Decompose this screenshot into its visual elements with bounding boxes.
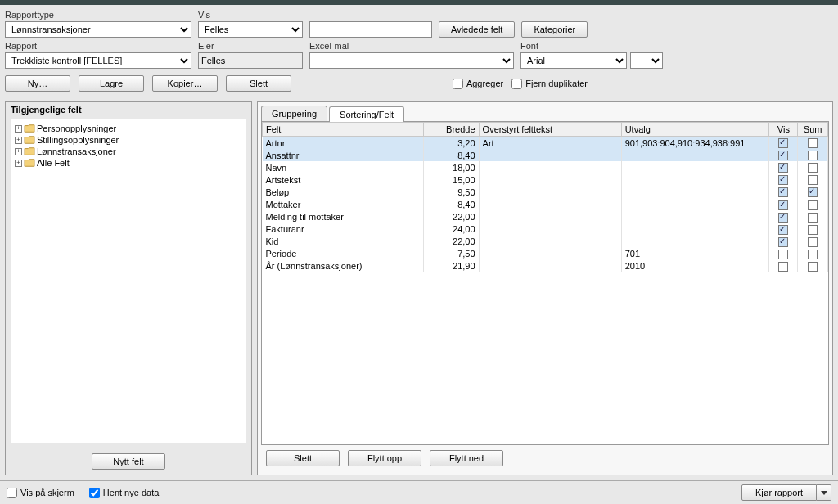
sum-checkbox[interactable] xyxy=(808,187,818,197)
nytt-felt-button[interactable]: Nytt felt xyxy=(92,453,165,470)
cell-overstyrt xyxy=(479,186,621,198)
table-row[interactable]: Fakturanr24,00 xyxy=(263,223,828,236)
vis-pa-skjerm-checkbox[interactable]: Vis på skjerm xyxy=(7,488,74,498)
vis-checkbox[interactable] xyxy=(778,151,788,160)
grid-header[interactable]: Utvalg xyxy=(621,123,769,137)
cell-utvalg xyxy=(621,223,769,236)
rapport-select[interactable]: Trekkliste kontroll [FELLES] xyxy=(5,52,191,69)
aggreger-checkbox[interactable]: Aggreger xyxy=(453,79,503,89)
cell-overstyrt xyxy=(479,223,621,236)
sum-checkbox[interactable] xyxy=(808,200,818,210)
table-row[interactable]: Beløp9,50 xyxy=(263,186,828,198)
sum-checkbox[interactable] xyxy=(808,213,818,223)
rapport-label: Rapport xyxy=(5,41,191,51)
cell-bredde: 15,00 xyxy=(424,173,479,186)
table-row[interactable]: Navn18,00 xyxy=(263,161,828,173)
vis-checkbox[interactable] xyxy=(778,262,788,272)
vis-checkbox[interactable] xyxy=(778,225,788,235)
sum-checkbox[interactable] xyxy=(808,250,818,259)
fields-grid[interactable]: FeltBreddeOverstyrt felttekstUtvalgVisSu… xyxy=(262,122,828,272)
lagre-button[interactable]: Lagre xyxy=(79,75,144,92)
kjor-rapport-button[interactable]: Kjør rapport xyxy=(741,484,817,501)
cell-utvalg xyxy=(621,186,769,198)
table-row[interactable]: Artstekst15,00 xyxy=(263,173,828,186)
tab-sorteringfelt[interactable]: Sortering/Felt xyxy=(329,106,404,122)
excel-mal-select[interactable] xyxy=(309,52,514,69)
table-row[interactable]: Artnr3,20Art901,903:904,910:934,938:991 xyxy=(263,137,828,150)
vis-checkbox[interactable] xyxy=(778,138,788,148)
vis-checkbox[interactable] xyxy=(778,163,788,173)
hent-nye-data-checkbox[interactable]: Hent nye data xyxy=(89,488,160,498)
cell-bredde: 3,20 xyxy=(424,137,479,150)
sum-checkbox[interactable] xyxy=(808,237,818,247)
expand-icon[interactable]: + xyxy=(15,160,22,167)
slett-button[interactable]: Slett xyxy=(226,75,291,92)
cell-bredde: 22,00 xyxy=(424,211,479,223)
table-row[interactable]: Ansattnr8,40 xyxy=(263,149,828,161)
vis-select[interactable]: Felles xyxy=(198,21,303,38)
grid-header[interactable]: Sum xyxy=(798,123,828,137)
cell-bredde: 22,00 xyxy=(424,236,479,248)
grid-header[interactable]: Vis xyxy=(769,123,798,137)
expand-icon[interactable]: + xyxy=(15,148,22,155)
cell-utvalg xyxy=(621,198,769,210)
cell-felt: Fakturanr xyxy=(263,223,424,236)
tree-item[interactable]: +Alle Felt xyxy=(11,157,246,169)
cell-utvalg xyxy=(621,161,769,173)
rapporttype-select[interactable]: Lønnstransaksjoner xyxy=(5,21,191,38)
vis-checkbox[interactable] xyxy=(778,200,788,210)
tree-item[interactable]: +Stillingsopplysninger xyxy=(11,134,246,146)
table-row[interactable]: Melding til mottaker22,00 xyxy=(263,211,828,223)
tree-item-label: Lønnstransaksjoner xyxy=(37,146,116,156)
expand-icon[interactable]: + xyxy=(15,125,22,133)
flytt-opp-button[interactable]: Flytt opp xyxy=(348,450,421,466)
table-row[interactable]: Kid22,00 xyxy=(263,236,828,248)
font-size-select[interactable]: 10 xyxy=(630,52,663,69)
vis-checkbox[interactable] xyxy=(778,237,788,247)
vis-checkbox[interactable] xyxy=(778,175,788,185)
table-row[interactable]: År (Lønnstransaksjoner)21,902010 xyxy=(263,260,828,272)
grid-header[interactable]: Felt xyxy=(263,123,424,137)
kategorier-button[interactable]: Kategorier xyxy=(521,21,588,38)
sum-checkbox[interactable] xyxy=(808,151,818,160)
sum-checkbox[interactable] xyxy=(808,138,818,148)
sum-checkbox[interactable] xyxy=(808,175,818,185)
cell-overstyrt xyxy=(479,149,621,161)
sum-checkbox[interactable] xyxy=(808,225,818,235)
tree-item[interactable]: +Lønnstransaksjoner xyxy=(11,146,246,157)
vis-checkbox[interactable] xyxy=(778,213,788,223)
cell-overstyrt xyxy=(479,161,621,173)
table-row[interactable]: Periode7,50701 xyxy=(263,248,828,260)
vis-checkbox[interactable] xyxy=(778,250,788,259)
kopier-button[interactable]: Kopier… xyxy=(152,75,218,92)
font-select[interactable]: Arial xyxy=(520,52,627,69)
sum-checkbox[interactable] xyxy=(808,262,818,272)
tab-gruppering[interactable]: Gruppering xyxy=(261,106,327,121)
search-input[interactable] xyxy=(309,21,432,38)
folder-icon xyxy=(24,158,35,168)
grid-slett-button[interactable]: Slett xyxy=(266,450,340,466)
kjor-rapport-dropdown[interactable] xyxy=(817,484,831,501)
cell-overstyrt xyxy=(479,198,621,210)
tree-item[interactable]: +Personopplysninger xyxy=(11,123,246,134)
flytt-ned-button[interactable]: Flytt ned xyxy=(430,450,503,466)
grid-header[interactable]: Overstyrt felttekst xyxy=(479,123,621,137)
cell-utvalg: 701 xyxy=(621,248,769,260)
tilgjengelige-felt-title: Tilgjengelige felt xyxy=(6,102,251,117)
sum-checkbox[interactable] xyxy=(808,163,818,173)
fjern-duplikater-checkbox[interactable]: Fjern duplikater xyxy=(511,79,588,89)
cell-felt: Periode xyxy=(263,248,424,260)
expand-icon[interactable]: + xyxy=(15,137,22,144)
cell-overstyrt xyxy=(479,248,621,260)
vis-checkbox[interactable] xyxy=(778,187,788,197)
field-tree[interactable]: +Personopplysninger+Stillingsopplysninge… xyxy=(11,119,246,443)
cell-overstyrt: Art xyxy=(479,137,621,150)
cell-bredde: 18,00 xyxy=(424,161,479,173)
table-row[interactable]: Mottaker8,40 xyxy=(263,198,828,210)
cell-bredde: 7,50 xyxy=(424,248,479,260)
grid-header[interactable]: Bredde xyxy=(424,123,479,137)
ny-button[interactable]: Ny… xyxy=(5,75,70,92)
cell-felt: Navn xyxy=(263,161,424,173)
cell-felt: År (Lønnstransaksjoner) xyxy=(263,260,424,272)
avledede-felt-button[interactable]: Avledede felt xyxy=(439,21,515,38)
